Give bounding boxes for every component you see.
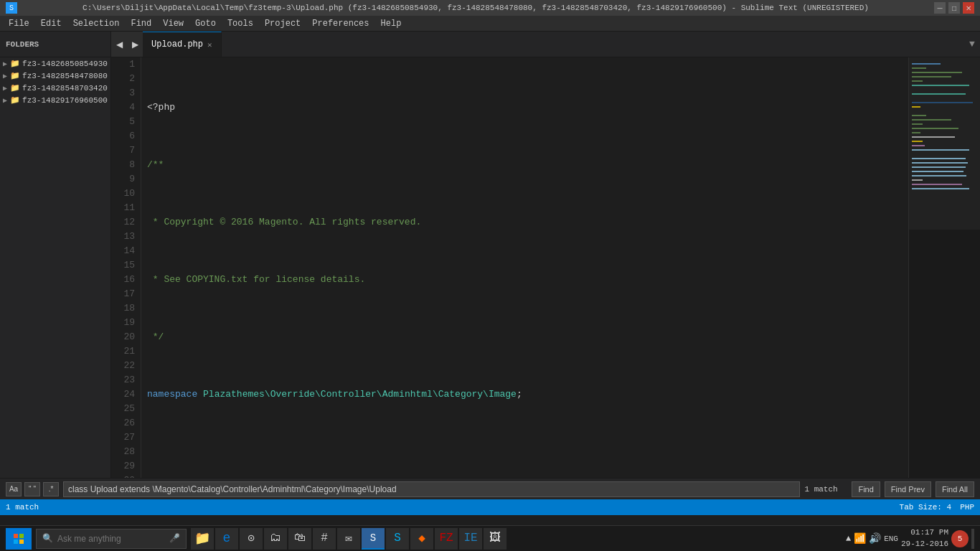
svg-rect-21	[912, 162, 968, 164]
taskbar-app-files[interactable]: 🗂	[264, 528, 287, 550]
taskbar-app-orange[interactable]: ◆	[410, 528, 433, 550]
tab-next-button[interactable]: ▶	[127, 32, 143, 57]
taskbar-app-ie[interactable]: IE	[459, 528, 482, 550]
line-num-18: 18	[111, 301, 135, 316]
status-left: 1 match	[6, 503, 39, 512]
taskbar-mic-icon: 🎤	[169, 533, 180, 544]
find-regex-button[interactable]: .*	[43, 482, 59, 496]
svg-rect-11	[912, 115, 926, 116]
sidebar-header: FOLDERS	[0, 32, 111, 57]
svg-rect-18	[912, 145, 925, 146]
code-editor[interactable]: 1 2 3 4 5 6 7 8 9 10 11 12 13 14 15 16 1	[111, 57, 980, 478]
menu-bar: File Edit Selection Find View Goto Tools…	[0, 16, 980, 32]
svg-rect-27	[912, 188, 969, 189]
minimize-button[interactable]: ─	[934, 2, 946, 14]
find-whole-word-button[interactable]: " "	[24, 482, 40, 496]
app-icon: S	[6, 2, 17, 14]
menu-preferences[interactable]: Preferences	[306, 17, 374, 30]
collapse-icon-3: ▶	[3, 84, 7, 93]
line-num-10: 10	[111, 187, 135, 201]
find-input[interactable]	[63, 481, 800, 497]
taskbar-search-input[interactable]	[57, 534, 165, 544]
svg-rect-29	[19, 534, 24, 538]
folder-item-1[interactable]: ▶ 📁 fz3-14826850854930	[0, 57, 110, 70]
line-num-28: 28	[111, 445, 135, 459]
find-prev-button[interactable]: Find Prev	[885, 481, 931, 497]
code-line-3: * Copyright © 2016 Magento. All rights r…	[147, 215, 908, 230]
taskbar-app-photos[interactable]: 🖼	[484, 528, 507, 550]
line-num-7: 7	[111, 143, 135, 158]
code-lines[interactable]: <?php /** * Copyright © 2016 Magento. Al…	[141, 57, 908, 478]
menu-tools[interactable]: Tools	[222, 17, 259, 30]
line-num-1: 1	[111, 57, 135, 72]
close-button[interactable]: ✕	[963, 2, 974, 14]
line-num-21: 21	[111, 344, 135, 359]
folder-item-4[interactable]: ▶ 📁 fz3-14829176960500	[0, 94, 110, 106]
code-line-5: */	[147, 330, 908, 344]
find-case-sensitive-button[interactable]: Aa	[6, 482, 22, 496]
clock-time: 01:17 PM	[901, 527, 948, 538]
menu-goto[interactable]: Goto	[189, 17, 222, 30]
tray-lang-icon[interactable]: ENG	[884, 534, 898, 543]
status-match: 1 match	[6, 503, 39, 512]
taskbar-search-icon: 🔍	[42, 533, 53, 544]
taskbar-app-mail[interactable]: ✉	[337, 528, 360, 550]
taskbar-app-store[interactable]: 🛍	[288, 528, 311, 550]
line-num-15: 15	[111, 258, 135, 273]
line-num-8: 8	[111, 158, 135, 172]
taskbar-app-sublime[interactable]: S	[362, 528, 385, 550]
find-bar: Aa " " .* 1 match Find Find Prev Find Al…	[0, 478, 980, 499]
menu-file[interactable]: File	[3, 17, 35, 30]
svg-rect-7	[912, 85, 969, 86]
taskbar-app-skype[interactable]: S	[386, 528, 409, 550]
find-options: Aa " " .*	[6, 482, 59, 496]
svg-rect-26	[912, 184, 962, 185]
taskbar-clock[interactable]: 01:17 PM 29-12-2016	[901, 527, 948, 550]
folder-item-2[interactable]: ▶ 📁 fz3-14828548478080	[0, 70, 110, 82]
notification-badge[interactable]: 5	[951, 530, 969, 547]
show-desktop-button[interactable]	[971, 529, 974, 549]
line-num-12: 12	[111, 215, 135, 230]
menu-view[interactable]: View	[157, 17, 189, 30]
line-num-25: 25	[111, 402, 135, 416]
tray-volume-icon[interactable]: 🔊	[869, 532, 881, 545]
collapse-icon-2: ▶	[3, 72, 7, 80]
maximize-button[interactable]: □	[948, 2, 960, 14]
svg-rect-19	[912, 149, 969, 151]
menu-project[interactable]: Project	[259, 17, 306, 30]
taskbar-app-explorer[interactable]: 📁	[191, 528, 214, 550]
find-all-button[interactable]: Find All	[936, 481, 974, 497]
svg-rect-2	[912, 63, 941, 65]
start-button[interactable]	[6, 528, 32, 550]
svg-rect-31	[19, 540, 24, 544]
taskbar-apps: 📁 e ⊙ 🗂 🛍 # ✉ S S ◆ FZ	[191, 528, 507, 550]
taskbar-app-chrome[interactable]: ⊙	[240, 528, 263, 550]
menu-find[interactable]: Find	[125, 17, 157, 30]
folder-name-3: fz3-14828548703420	[22, 84, 108, 93]
svg-rect-9	[912, 102, 973, 103]
tray-network-icon[interactable]: 📶	[854, 532, 866, 545]
tab-bar: FOLDERS ◀ ▶ Upload.php ✕ ▼	[0, 32, 980, 57]
folder-item-3[interactable]: ▶ 📁 fz3-14828548703420	[0, 82, 110, 94]
menu-selection[interactable]: Selection	[67, 17, 126, 30]
taskbar-app-edge[interactable]: e	[215, 528, 238, 550]
folder-name-1: fz3-14826850854930	[22, 60, 108, 68]
tab-prev-button[interactable]: ◀	[111, 32, 127, 57]
tab-upload-php[interactable]: Upload.php ✕	[143, 32, 222, 57]
taskbar-search[interactable]: 🔍 🎤	[36, 529, 187, 549]
menu-edit[interactable]: Edit	[35, 17, 67, 30]
status-tab-size[interactable]: Tab Size: 4	[900, 503, 952, 512]
line-num-26: 26	[111, 416, 135, 430]
tab-overflow-button[interactable]: ▼	[964, 32, 980, 57]
tab-close-icon[interactable]: ✕	[207, 40, 212, 50]
status-language[interactable]: PHP	[960, 503, 974, 512]
menu-help[interactable]: Help	[375, 17, 407, 30]
tray-icon-1[interactable]: ▲	[846, 534, 851, 544]
taskbar-app-filezilla[interactable]: FZ	[435, 528, 458, 550]
find-button[interactable]: Find	[852, 481, 880, 497]
editor-window: FOLDERS ◀ ▶ Upload.php ✕ ▼ ▶ 📁 fz3-14826…	[0, 32, 980, 499]
svg-rect-13	[912, 123, 923, 125]
svg-rect-5	[912, 76, 951, 77]
line-num-9: 9	[111, 172, 135, 187]
taskbar-app-calc[interactable]: #	[313, 528, 336, 550]
